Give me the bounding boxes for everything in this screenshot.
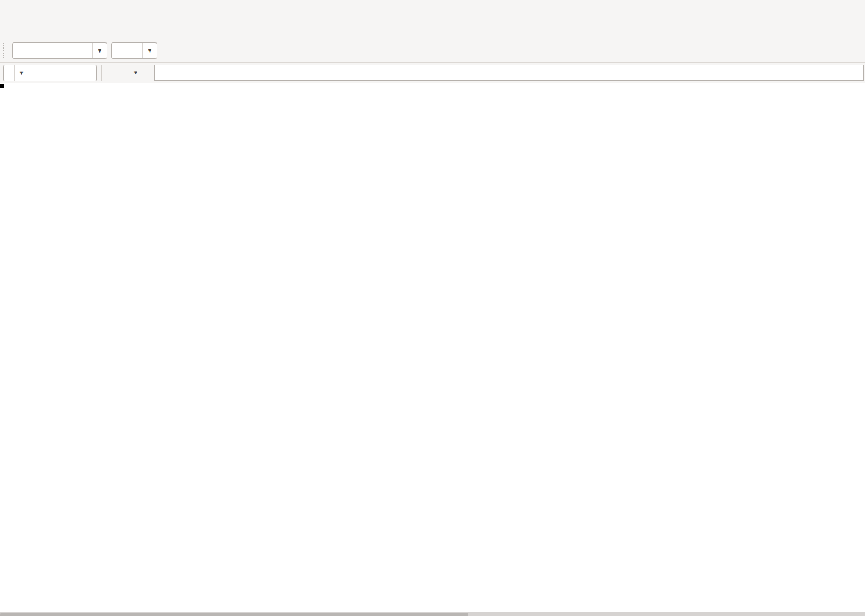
formula-button[interactable] (137, 65, 151, 81)
menubar (0, 0, 865, 15)
function-wizard-button[interactable] (105, 65, 119, 81)
fill-handle[interactable] (0, 84, 4, 88)
formatting-toolbar: ▼ ▼ (0, 39, 865, 63)
spreadsheet-area (0, 83, 865, 612)
horizontal-scrollbar[interactable] (0, 612, 865, 616)
standard-toolbar (0, 15, 865, 39)
name-box-dropdown-icon[interactable]: ▼ (14, 65, 28, 81)
sum-button[interactable] (119, 65, 133, 81)
cell-selection-border (0, 84, 3, 87)
name-box[interactable]: ▼ (3, 65, 97, 81)
formula-bar: ▼ ▾ (0, 63, 865, 83)
font-size-combo[interactable]: ▼ (111, 42, 157, 59)
font-size-dropdown-icon[interactable]: ▼ (142, 43, 157, 58)
toolbar-grip[interactable] (3, 43, 7, 58)
horizontal-scrollbar-thumb[interactable] (0, 613, 468, 616)
font-name-dropdown-icon[interactable]: ▼ (92, 43, 107, 58)
font-name-combo[interactable]: ▼ (12, 42, 107, 59)
formula-input[interactable] (154, 65, 864, 81)
sum-dropdown-icon[interactable]: ▾ (134, 70, 137, 76)
